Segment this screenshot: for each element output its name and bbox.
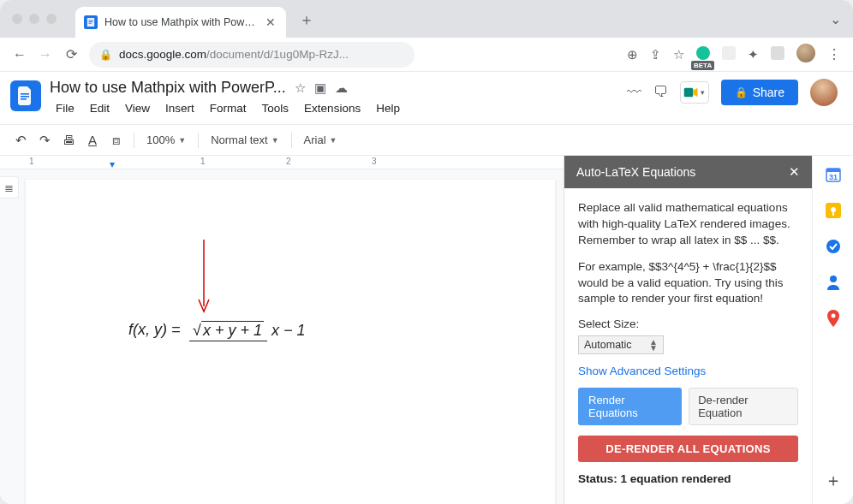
new-tab-button[interactable]: ＋ (295, 8, 319, 32)
spellcheck-icon[interactable]: A (82, 130, 103, 151)
doc-title[interactable]: How to use Mathpix with PowerP... (50, 79, 286, 97)
meet-button[interactable]: ▾ (680, 81, 709, 104)
cloud-status-icon[interactable]: ☁ (335, 80, 348, 96)
maps-icon[interactable] (825, 310, 842, 327)
menu-insert[interactable]: Insert (159, 99, 200, 117)
svg-rect-2 (89, 21, 93, 22)
zoom-window-dot[interactable] (46, 14, 57, 24)
share-button[interactable]: 🔒 Share (721, 80, 798, 105)
advanced-settings-link[interactable]: Show Advanced Settings (578, 365, 798, 377)
star-doc-icon[interactable]: ☆ (295, 80, 306, 96)
menu-extensions[interactable]: Extensions (298, 99, 367, 117)
addon-header: Auto-LaTeX Equations ✕ (564, 156, 812, 188)
extension-grammarly-icon[interactable]: BETA (696, 46, 710, 62)
menu-help[interactable]: Help (370, 99, 406, 117)
docs-toolbar: ↶ ↷ 🖶 A ⧈ 100%▼ Normal text▼ Arial▼ (0, 125, 853, 156)
addon-sidebar: Auto-LaTeX Equations ✕ Replace all valid… (564, 156, 812, 504)
equation-image[interactable]: f(x, y) = √x + y + 1 x − 1 (128, 321, 306, 340)
url-text: docs.google.com/document/d/1ug0Mp-RzJ... (119, 48, 349, 61)
activity-icon[interactable]: 〰 (627, 84, 641, 101)
tasks-icon[interactable] (825, 238, 842, 255)
svg-rect-7 (684, 88, 694, 98)
browser-toolbar: ← → ⟳ 🔒 docs.google.com/document/d/1ug0M… (0, 38, 853, 72)
svg-rect-4 (21, 93, 29, 95)
undo-icon[interactable]: ↶ (10, 130, 31, 151)
tab-title: How to use Mathpix with PowerP (104, 16, 259, 28)
page[interactable]: f(x, y) = √x + y + 1 x − 1 (26, 180, 555, 504)
account-avatar[interactable] (810, 79, 838, 106)
close-window-dot[interactable] (12, 14, 22, 24)
window-controls[interactable] (12, 14, 57, 24)
calendar-icon[interactable]: 31 (825, 166, 842, 183)
svg-point-16 (830, 276, 837, 282)
menu-tools[interactable]: Tools (256, 99, 295, 117)
svg-rect-5 (21, 96, 29, 98)
browser-titlebar: How to use Mathpix with PowerP ✕ ＋ ⌄ (0, 0, 853, 38)
menu-file[interactable]: File (50, 99, 81, 117)
docs-favicon (84, 15, 98, 29)
addon-desc-1: Replace all valid mathematical equations… (578, 200, 798, 249)
redo-icon[interactable]: ↷ (34, 130, 55, 151)
tabs-overflow-icon[interactable]: ⌄ (830, 11, 841, 27)
share-page-icon[interactable]: ⇪ (650, 47, 661, 62)
zoom-dropdown[interactable]: 100%▼ (141, 133, 191, 146)
menu-edit[interactable]: Edit (84, 99, 116, 117)
svg-point-15 (826, 240, 840, 253)
menu-view[interactable]: View (119, 99, 156, 117)
size-select[interactable]: Automatic ▲▼ (578, 335, 664, 354)
beta-badge: BETA (691, 61, 714, 70)
indent-marker-icon[interactable]: ▾ (110, 158, 115, 170)
minimize-window-dot[interactable] (29, 14, 39, 24)
status-text: Status: 1 equation rendered (578, 472, 798, 485)
add-addon-icon[interactable]: ＋ (825, 469, 842, 492)
forward-button[interactable]: → (38, 47, 53, 62)
tab-close-icon[interactable]: ✕ (265, 15, 276, 29)
back-button[interactable]: ← (12, 47, 27, 62)
stepper-icon: ▲▼ (649, 339, 658, 351)
browser-menu-icon[interactable]: ⋮ (827, 46, 841, 62)
profile-avatar[interactable] (796, 44, 815, 65)
docs-logo-icon[interactable] (10, 80, 41, 111)
addon-close-icon[interactable]: ✕ (789, 164, 800, 180)
size-label: Select Size: (578, 317, 798, 330)
svg-rect-14 (832, 212, 834, 216)
contacts-icon[interactable] (825, 274, 842, 291)
addon-title: Auto-LaTeX Equations (576, 165, 695, 179)
share-label: Share (753, 86, 784, 99)
addon-desc-2: For example, $$3^{4^5} + \frac{1}{2}$$ w… (578, 259, 798, 308)
lock-icon: 🔒 (735, 86, 748, 98)
outline-toggle[interactable]: ≣ (0, 176, 19, 199)
docs-header: How to use Mathpix with PowerP... ☆ ▣ ☁ … (0, 72, 853, 125)
derender-equation-button[interactable]: De-render Equation (689, 388, 798, 425)
reload-button[interactable]: ⟳ (63, 46, 79, 62)
google-sidepanel: 31 ＋ (812, 156, 853, 504)
keep-icon[interactable] (825, 202, 842, 219)
svg-point-17 (831, 314, 835, 318)
font-dropdown[interactable]: Arial▼ (299, 133, 343, 146)
address-bar[interactable]: 🔒 docs.google.com/document/d/1ug0Mp-RzJ.… (89, 42, 415, 68)
render-equations-button[interactable]: Render Equations (578, 388, 682, 425)
svg-rect-10 (826, 169, 840, 172)
document-canvas[interactable]: ≣ 1 ▾ 1 2 3 f(x, y) = √x + y + 1 x − 1 (0, 156, 564, 504)
move-doc-icon[interactable]: ▣ (314, 80, 326, 96)
comments-icon[interactable]: 🗨 (653, 84, 668, 101)
svg-rect-1 (89, 21, 93, 21)
svg-rect-6 (21, 98, 27, 100)
svg-point-13 (831, 207, 836, 212)
zoom-icon[interactable]: ⊕ (627, 47, 638, 62)
svg-rect-3 (89, 23, 92, 24)
paint-format-icon[interactable]: ⧈ (106, 130, 127, 151)
extension-icon-3[interactable] (771, 46, 784, 62)
browser-tab[interactable]: How to use Mathpix with PowerP ✕ (75, 7, 286, 38)
extension-icon-2[interactable] (722, 46, 736, 62)
menu-format[interactable]: Format (204, 99, 253, 117)
ruler[interactable]: 1 ▾ 1 2 3 (0, 156, 564, 169)
arrow-annotation (195, 240, 212, 317)
extensions-puzzle-icon[interactable]: ✦ (748, 47, 759, 62)
style-dropdown[interactable]: Normal text▼ (206, 133, 283, 146)
svg-text:31: 31 (828, 173, 837, 181)
derender-all-button[interactable]: DE-RENDER ALL EQUATIONS (578, 436, 798, 462)
lock-icon: 🔒 (99, 49, 112, 61)
print-icon[interactable]: 🖶 (58, 130, 79, 151)
bookmark-icon[interactable]: ☆ (673, 47, 684, 62)
